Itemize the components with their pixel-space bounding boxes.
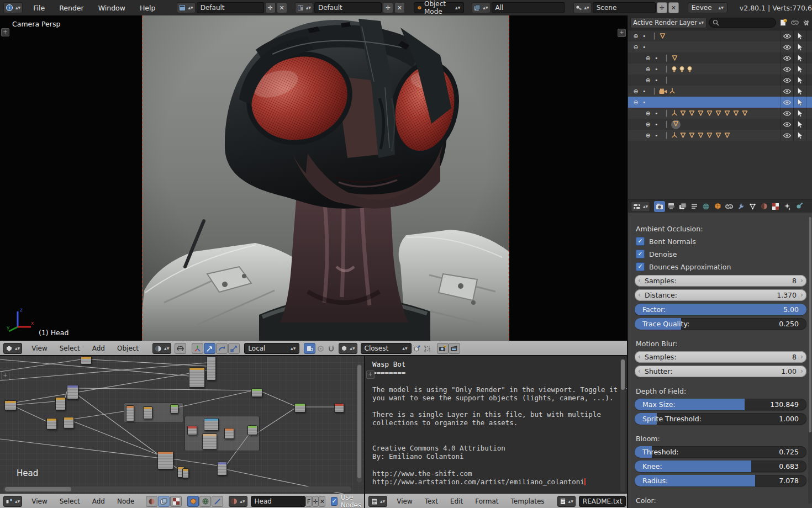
menu-select[interactable]: Select (54, 498, 86, 505)
tab-particles-icon[interactable] (747, 201, 758, 212)
expand-toggle-icon[interactable]: ⊖ (632, 99, 639, 106)
render-animation-button[interactable] (449, 343, 460, 354)
menu-view[interactable]: View (25, 345, 53, 352)
shader-node[interactable] (207, 356, 216, 380)
shader-node[interactable] (81, 356, 92, 364)
selectability-cursor-icon[interactable] (797, 54, 803, 62)
region-expand-button[interactable]: + (366, 371, 375, 379)
screen-layout-add-button[interactable]: ✛ (383, 2, 393, 13)
outliner-row-lamps[interactable]: ⊕•| (628, 64, 812, 75)
checkbox-row-bounces-approximation[interactable]: ✓Bounces Approximation (636, 262, 806, 271)
menu-text[interactable]: Text (419, 498, 444, 505)
expand-toggle-icon[interactable]: ⊕ (645, 110, 651, 117)
outliner-row-helmet[interactable]: ⊕•| (628, 108, 812, 119)
gizmo-move-button[interactable] (204, 343, 215, 354)
viewport-3d[interactable]: Camera Persp z x y (1) Head + + (0, 15, 627, 341)
editor-type-viewport-button[interactable]: ▲▼ (3, 343, 22, 354)
expand-toggle-icon[interactable]: ⊖ (632, 44, 639, 51)
expand-toggle-icon[interactable]: ⊕ (645, 55, 651, 62)
outliner-display-mode-selector[interactable]: Active Render Layer ▲▼ (630, 17, 706, 28)
material-name-field[interactable]: Head (251, 496, 305, 507)
region-expand-button[interactable]: + (618, 29, 626, 37)
shader-node[interactable] (189, 367, 205, 388)
tab-material-icon[interactable] (758, 201, 769, 212)
horizontal-scrollbar[interactable] (3, 486, 351, 492)
menu-render[interactable]: Render (52, 4, 91, 12)
slider-threshold[interactable]: Threshold:0.725 (635, 446, 806, 458)
selectability-cursor-icon[interactable] (797, 131, 803, 139)
tab-physics-icon[interactable] (793, 201, 804, 212)
slider-samples[interactable]: Samples:8 (635, 275, 806, 287)
menu-format[interactable]: Format (469, 498, 504, 505)
selectability-cursor-icon[interactable] (797, 76, 803, 84)
fake-user-button[interactable]: F (305, 496, 312, 507)
tab-object-icon[interactable] (712, 201, 723, 212)
outliner-row-lighting[interactable]: ⊖• (628, 41, 812, 52)
visibility-eye-icon[interactable] (783, 66, 792, 72)
outliner-search-input[interactable] (709, 18, 776, 28)
tab-texture-icon[interactable] (770, 201, 781, 212)
scene-add-button[interactable]: ✛ (657, 2, 667, 13)
workspace-delete-button[interactable]: ✕ (277, 2, 287, 13)
slider-distance[interactable]: Distance:1.370 (635, 289, 806, 301)
slider-shutter[interactable]: Shutter:1.00 (635, 366, 806, 377)
overlap-toggle-icon[interactable] (175, 343, 186, 354)
expand-toggle-icon[interactable]: ⊕ (632, 88, 639, 95)
tab-output-icon[interactable] (666, 201, 677, 212)
workspace-add-button[interactable]: ✛ (265, 2, 276, 13)
selectability-cursor-icon[interactable] (797, 109, 803, 117)
tab-view-layer-icon[interactable] (677, 201, 688, 212)
tab-modifiers-icon[interactable] (735, 201, 746, 212)
shader-node[interactable] (204, 418, 219, 431)
tab-world-icon[interactable] (700, 201, 711, 212)
outliner-row-camera[interactable]: ⊕•| (628, 86, 812, 97)
vertical-scrollbar[interactable] (620, 358, 625, 492)
outliner-row-mesh-lights[interactable]: ⊕•| (628, 52, 812, 64)
tab-effects-icon[interactable] (782, 201, 793, 212)
checkbox-checked-icon[interactable]: ✓ (636, 262, 645, 271)
shader-node[interactable] (157, 451, 173, 469)
vertical-scrollbar[interactable] (357, 364, 362, 483)
material-unlink-button[interactable]: ✕ (319, 496, 325, 507)
node-editor[interactable]: Head + (0, 355, 365, 495)
menu-edit[interactable]: Edit (444, 498, 469, 505)
outliner-row-probes[interactable]: ⊕•| (628, 75, 812, 86)
filter-button[interactable] (802, 18, 811, 28)
editor-type-text-button[interactable]: ▲▼ (368, 496, 387, 507)
visibility-eye-icon[interactable] (783, 55, 792, 61)
workspace-field[interactable]: Default (197, 2, 264, 13)
workspace-icon-button[interactable]: ▲▼ (177, 2, 195, 13)
snap-align-button[interactable] (422, 343, 433, 353)
outliner-row-head[interactable]: ⊕•| (628, 119, 812, 130)
slider-max-size[interactable]: Max Size:130.849 (635, 399, 806, 410)
selectability-cursor-icon[interactable] (797, 32, 803, 40)
editor-type-info-button[interactable]: i ▲▼ (3, 2, 23, 13)
snap-target-selector[interactable]: Closest ▲▼ (361, 343, 412, 354)
gizmo-scale-button[interactable] (228, 343, 240, 354)
new-collection-button[interactable]: + (778, 18, 788, 28)
shader-node[interactable] (182, 468, 189, 478)
selectability-cursor-icon[interactable] (797, 120, 803, 128)
editor-type-node-button[interactable]: ▲▼ (3, 496, 22, 507)
checkbox-checked-icon[interactable]: ✓ (636, 237, 645, 246)
slider-radius[interactable]: Radius:7.078 (635, 475, 806, 486)
selectability-cursor-icon[interactable] (797, 43, 803, 51)
proportional-edit-button[interactable] (315, 343, 326, 353)
pivot-point-button[interactable] (304, 343, 315, 354)
visibility-eye-icon[interactable] (783, 77, 792, 83)
menu-view[interactable]: View (391, 498, 418, 505)
shader-node[interactable] (202, 433, 217, 449)
screen-layout-icon-button[interactable]: ▲▼ (295, 2, 313, 13)
snap-peel-button[interactable] (412, 343, 422, 353)
menu-window[interactable]: Window (91, 4, 133, 12)
tab-render-icon[interactable] (654, 201, 665, 212)
shader-node[interactable] (55, 397, 66, 410)
menu-add[interactable]: Add (86, 345, 111, 352)
checkbox-row-bent-normals[interactable]: ✓Bent Normals (636, 237, 806, 246)
shader-node[interactable] (247, 425, 257, 435)
tab-scene-icon[interactable] (689, 201, 700, 212)
shader-node[interactable] (143, 406, 152, 419)
slider-trace-quality[interactable]: Trace Quality:0.250 (635, 318, 806, 330)
selectability-cursor-icon[interactable] (797, 65, 803, 73)
scene-icon-button[interactable]: ▲▼ (573, 2, 592, 13)
